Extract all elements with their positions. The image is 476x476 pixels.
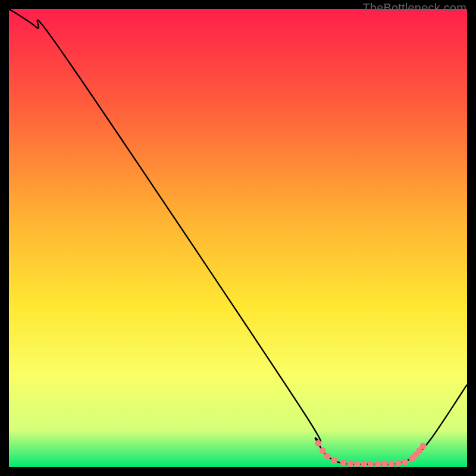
watermark-text: TheBottleneck.com [362, 1, 466, 15]
bottleneck-chart [9, 9, 467, 467]
marker-dot [395, 460, 402, 466]
marker-dot [368, 461, 374, 467]
marker-dot [324, 453, 331, 459]
marker-dot [340, 460, 347, 466]
marker-dot [374, 461, 381, 467]
marker-dot [347, 461, 353, 467]
chart-frame [9, 9, 467, 467]
chart-background [9, 9, 467, 467]
marker-dot [361, 461, 367, 467]
marker-dot [402, 459, 409, 465]
marker-dot [315, 440, 321, 446]
marker-dot [381, 461, 388, 467]
marker-dot [388, 461, 394, 467]
marker-dot [331, 457, 337, 464]
marker-dot [420, 443, 427, 449]
marker-dot [320, 447, 326, 454]
marker-dot [354, 461, 361, 467]
